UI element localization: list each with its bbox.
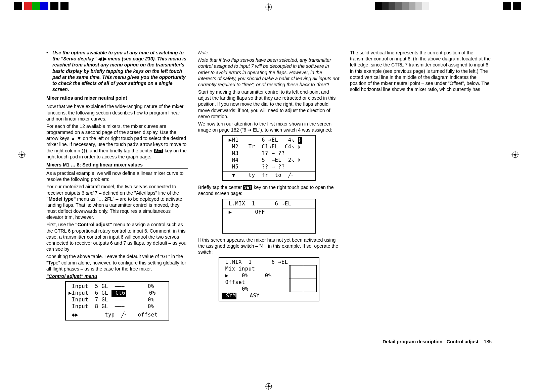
body-text: First, use the "Control adjust" menu to … (46, 222, 188, 252)
screen-row: M5 ?? → ?? (223, 164, 315, 170)
lcd-screen-lmix-off: L.MIX 1 6 →EL ▶ OFF (222, 199, 316, 234)
screen-row: Input 5 GL ––– 0% (66, 283, 169, 290)
screen-row: ▶ OFF (223, 209, 315, 216)
screen-row: Input 8 GL ––– 0% (66, 303, 169, 310)
section-heading: Mixer ratios and mixer neutral point (46, 95, 188, 102)
print-registration-bottom (0, 379, 537, 390)
body-text: If this screen appears, the mixer has no… (198, 237, 340, 255)
section-heading: Mixers M1 … 8: Setting linear mixer valu… (46, 162, 188, 169)
lcd-screen-mixer-list: ▶M1 6 →EL 4↘ ⦊ M2 Tr C1→EL C4↘ ⦊ M3 ?? →… (222, 135, 316, 181)
page-content: Use the option available to you at any t… (46, 50, 492, 345)
body-text: As a practical example, we will now defi… (46, 170, 188, 182)
screen-row: L.MIX 1 6 →EL (223, 201, 315, 207)
registration-target-icon (18, 151, 26, 158)
screen-row: M3 ?? → ?? (223, 150, 315, 157)
registration-target-icon (265, 3, 272, 11)
tone-bars (375, 2, 432, 10)
body-text: The solid vertical line represents the c… (350, 50, 492, 92)
screen-row: L.MIX 1 6 →EL (219, 259, 319, 266)
lcd-screen-lmix-graph: L.MIX 1 6 →EL Mix input ▶ 0% 0% Offset 0… (219, 257, 319, 301)
body-text: consulting the above table. Leave the de… (46, 253, 188, 272)
page-number: 185 (484, 339, 492, 344)
body-text: For each of the 12 available mixers, the… (46, 123, 188, 160)
body-text: Start by moving this transmitter control… (198, 89, 340, 119)
registration-target-icon (265, 383, 272, 390)
note-body: Note that if two flap servos have been s… (198, 57, 340, 88)
tip-bullet: Use the option available to you at any t… (46, 50, 188, 92)
screen-title: "Control adjust" menu (46, 273, 188, 279)
registration-target-icon (511, 151, 519, 158)
screen-row: M4 S →EL 2↘ ⦊ (223, 157, 315, 164)
body-text: Now that we have explained the wide-rang… (46, 103, 188, 122)
screen-row: ▶M1 6 →EL 4↘ ⦊ (223, 137, 315, 144)
body-text: For our motorized aircraft model, the tw… (46, 184, 188, 220)
print-registration-top (0, 2, 537, 13)
screen-row: ▶Input 6 GL Ct6 0% (66, 290, 169, 297)
lcd-screen-control-adjust: Input 5 GL ––– 0% ▶Input 6 GL Ct6 0% Inp… (65, 281, 169, 321)
set-key-icon: SET (154, 149, 163, 153)
screen-row: SYM ASY (219, 293, 319, 299)
note-heading: Note: (198, 50, 340, 56)
footer-title: Detail program description - Control adj… (383, 339, 478, 344)
screen-row: ▼ ty fr to ╱╴ (223, 172, 315, 179)
screen-row: Input 7 GL ––– 0% (66, 297, 169, 303)
page-footer: Detail program description - Control adj… (383, 339, 492, 345)
body-text: We now turn our attention to the first m… (198, 121, 340, 133)
screen-row: M2 Tr C1→EL C4↘ ⦊ (223, 144, 315, 150)
set-key-icon: SET (243, 185, 252, 190)
screen-row: ◆▶ typ ╱╴ offset (66, 312, 169, 318)
body-text: Briefly tap the center SET key on the ri… (198, 184, 340, 196)
